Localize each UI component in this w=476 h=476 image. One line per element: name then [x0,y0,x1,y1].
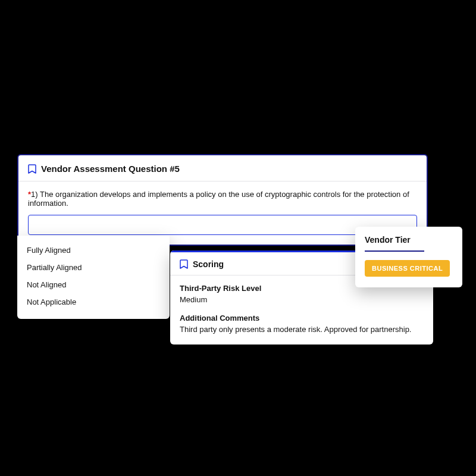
bookmark-icon [28,164,36,174]
comments-label: Additional Comments [180,314,424,322]
risk-level-value: Medium [180,295,424,304]
question-body: The organization develops and implements… [28,190,409,208]
assessment-title: Vendor Assessment Question #5 [41,164,180,174]
comments-value: Third party only presents a moderate ris… [180,325,424,334]
scoring-title: Scoring [193,259,224,269]
assessment-header: Vendor Assessment Question #5 [18,155,427,181]
vendor-tier-divider [365,250,424,252]
dropdown-option[interactable]: Partially Aligned [17,259,170,276]
dropdown-option[interactable]: Not Applicable [17,293,170,311]
vendor-tier-title: Vendor Tier [365,235,453,245]
question-text: *1) The organization develops and implem… [28,190,417,208]
vendor-tier-badge: BUSINESS CRITICAL [365,260,450,277]
alignment-dropdown: Fully Aligned Partially Aligned Not Alig… [17,236,170,319]
comments-field: Additional Comments Third party only pre… [180,314,424,334]
bookmark-icon [180,259,188,269]
dropdown-option[interactable]: Fully Aligned [17,242,170,259]
question-number: 1) [31,190,38,199]
dropdown-option[interactable]: Not Aligned [17,276,170,293]
vendor-tier-card: Vendor Tier BUSINESS CRITICAL [355,227,462,287]
